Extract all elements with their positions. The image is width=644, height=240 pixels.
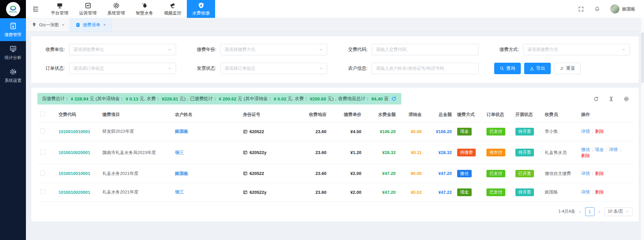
sidebar-item-label: 缴费管理 xyxy=(5,32,22,38)
id-card-icon xyxy=(243,171,248,176)
pay-method-badge: 微信 xyxy=(457,170,472,178)
code-link[interactable]: 1010010010001 xyxy=(59,129,90,134)
topnav-item-系统管理[interactable]: 系统管理 xyxy=(102,0,130,18)
reset-icon xyxy=(560,66,564,71)
page-size-select[interactable]: 10 条/页 xyxy=(604,207,633,216)
notification-bell-icon[interactable] xyxy=(594,6,600,12)
cell-late: ¥0.00 xyxy=(398,164,424,183)
app-logo: RIEON xyxy=(0,0,26,18)
next-page-icon[interactable]: › xyxy=(599,209,600,214)
avatar xyxy=(610,4,619,13)
row-height-icon[interactable] xyxy=(608,96,614,102)
cell-code: 1010010020001 xyxy=(56,183,100,202)
cell-farmer: 张三 xyxy=(172,141,240,164)
current-page[interactable]: 1 xyxy=(585,207,595,216)
farmer-link[interactable]: 张三 xyxy=(175,150,184,155)
scrollbar[interactable] xyxy=(641,18,644,240)
导出-button[interactable]: 导出 xyxy=(524,63,551,74)
topnav-item-水费收缴[interactable]: 水费收缴 xyxy=(187,0,215,18)
sidebar-item-系统设置[interactable]: 系统设置 xyxy=(0,64,26,87)
action-详情[interactable]: 详情 xyxy=(581,189,590,194)
action-separator: | xyxy=(592,171,593,176)
topnav-item-智慧水务[interactable]: 智慧水务 xyxy=(130,0,159,18)
row-checkbox[interactable] xyxy=(40,150,45,155)
filter-select[interactable]: 请选择订单状态 xyxy=(69,63,176,74)
row-checkbox[interactable] xyxy=(40,171,45,176)
table-row: 1010010010001礼县水务2021年度姬国栋62052223.60¥2.… xyxy=(37,164,633,183)
column-settings-gear-icon[interactable] xyxy=(623,96,629,102)
topnav-item-label: 智慧水务 xyxy=(136,10,153,16)
查询-button[interactable]: 查询 xyxy=(494,63,521,74)
col-header-缴费单价: 缴费单价 xyxy=(329,107,364,122)
code-link[interactable]: 1010010020001 xyxy=(59,190,90,195)
code-link[interactable]: 1010010010001 xyxy=(59,171,90,176)
tab-Gis一张图[interactable]: Gis一张图× xyxy=(26,18,70,31)
select-all-checkbox[interactable] xyxy=(40,112,45,117)
summary-plain: 元 (其中滞纳金： xyxy=(90,96,125,102)
farmer-link[interactable]: 姬国栋 xyxy=(175,129,188,134)
topnav-item-视频监控[interactable]: 视频监控 xyxy=(159,0,187,18)
sidebar-item-缴费管理[interactable]: 缴费管理 xyxy=(0,18,26,41)
cell-order: 已支付 xyxy=(484,183,512,202)
summary-value: ¥200.60 xyxy=(310,96,326,101)
tab-close-icon[interactable]: × xyxy=(103,22,106,27)
action-删除[interactable]: 删除 xyxy=(595,129,604,134)
action-现金[interactable]: 现金 xyxy=(595,147,604,152)
cell-project: 礼县水务2021年度 xyxy=(100,164,172,183)
filter-select[interactable]: 请选择订单状态 xyxy=(221,63,328,74)
prev-page-icon[interactable]: ‹ xyxy=(579,209,581,214)
cell-invoice: 待开票 xyxy=(513,141,542,164)
col-header-checkbox xyxy=(37,107,56,122)
topbar-right: 姬国栋 xyxy=(578,0,644,18)
row-checkbox[interactable] xyxy=(40,189,45,194)
download-icon xyxy=(530,66,534,71)
col-header-缴费项目: 缴费项目 xyxy=(100,107,172,122)
stats-monitor-icon xyxy=(9,45,17,53)
action-删除[interactable]: 删除 xyxy=(581,153,590,158)
filter-select[interactable]: 请选择缴费方式 xyxy=(221,44,328,55)
pay-method-badge: 待缴费 xyxy=(457,149,476,156)
action-微信[interactable]: 微信 xyxy=(581,147,590,152)
fullscreen-icon[interactable] xyxy=(578,6,584,12)
area-value: 23.60 xyxy=(315,190,327,195)
cell-water: ¥106.20 xyxy=(364,122,398,141)
idcard-text: 620522 xyxy=(249,171,264,176)
placeholder-text: 请输入交费代码 xyxy=(376,47,407,53)
id-card-icon xyxy=(243,129,248,134)
scrollbar-thumb[interactable] xyxy=(641,32,644,83)
user-menu[interactable]: 姬国栋 xyxy=(610,4,635,13)
action-详情[interactable]: 详情 xyxy=(581,129,590,134)
cell-area: 23.60 xyxy=(298,141,329,164)
row-checkbox[interactable] xyxy=(40,128,45,133)
refresh-icon[interactable] xyxy=(593,96,599,102)
table-panel: 应缴费总计：¥ 228.94元 (其中滞纳金：¥ 0.13元, 水费：¥228.… xyxy=(31,88,639,221)
action-详情[interactable]: 详情 xyxy=(581,171,590,176)
tab-close-icon[interactable]: × xyxy=(62,22,65,27)
cell-actions: 详情|删除 xyxy=(578,164,633,183)
order-status-badge: 待支付 xyxy=(486,149,505,156)
cell-code: 1010010010001 xyxy=(56,164,100,183)
action-详情[interactable]: 详情 xyxy=(609,147,618,152)
topnav-item-运营管理[interactable]: 运营管理 xyxy=(74,0,102,18)
sidebar-item-统计分析[interactable]: 统计分析 xyxy=(0,41,26,64)
topnav-item-平台管理[interactable]: 平台管理 xyxy=(45,0,74,18)
button-label: 重置 xyxy=(566,65,575,71)
filter-select[interactable]: 请选择缴费方式 xyxy=(523,44,630,55)
filter-input[interactable]: 请输入农户姓名/身份证号/电话号码 xyxy=(372,63,479,74)
refresh-icon[interactable] xyxy=(391,96,397,101)
pay-method-badge: 现金 xyxy=(457,188,472,196)
invoice-status-badge: 待开票 xyxy=(515,128,534,136)
menu-fold-icon[interactable] xyxy=(26,0,45,18)
filter-label: 缴费年份: xyxy=(192,47,216,53)
cell-farmer: 张三 xyxy=(172,183,240,202)
code-link[interactable]: 1010010020001 xyxy=(59,150,90,155)
重置-button[interactable]: 重置 xyxy=(554,63,581,74)
filter-select[interactable]: 请选择收费单位 xyxy=(69,44,176,55)
filter-input[interactable]: 请输入交费代码 xyxy=(372,44,479,55)
action-删除[interactable]: 删除 xyxy=(595,189,604,194)
cell-area: 23.60 xyxy=(298,122,329,141)
tab-缴费清单[interactable]: 缴费清单× xyxy=(70,18,112,31)
farmer-link[interactable]: 姬国栋 xyxy=(175,171,188,176)
farmer-link[interactable]: 张三 xyxy=(175,189,184,194)
action-删除[interactable]: 删除 xyxy=(595,171,604,176)
